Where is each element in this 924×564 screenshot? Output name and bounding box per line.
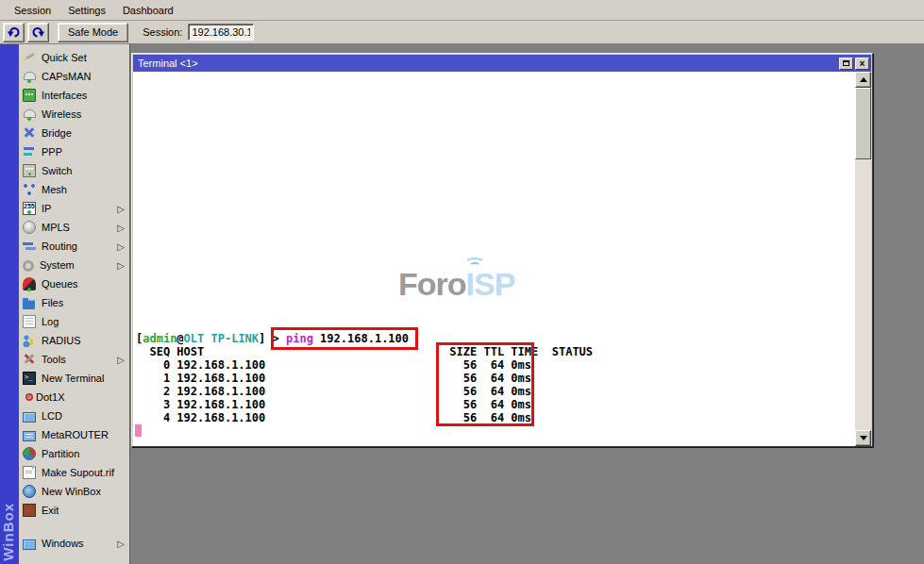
scroll-down-button[interactable] bbox=[855, 430, 871, 446]
tools-icon bbox=[23, 353, 36, 366]
log-icon bbox=[23, 315, 36, 328]
interfaces-icon bbox=[23, 89, 36, 102]
menu-session[interactable]: Session bbox=[6, 2, 59, 19]
main-area: Terminal <1> × ForoISP [admin@OLT TP-L bbox=[130, 44, 924, 564]
ppp-icon bbox=[23, 145, 36, 158]
new-terminal-icon bbox=[23, 372, 36, 385]
window-title: Terminal <1> bbox=[138, 58, 837, 69]
sidebar-item-wireless[interactable]: Wireless bbox=[19, 105, 129, 124]
maximize-button[interactable] bbox=[839, 58, 853, 70]
sidebar-item-radius[interactable]: RADIUS bbox=[19, 331, 129, 350]
sidebar-gap bbox=[19, 520, 129, 534]
sidebar-item-make-supout[interactable]: Make Supout.rif bbox=[19, 463, 129, 482]
sidebar-item-tools[interactable]: Tools▷ bbox=[19, 350, 129, 369]
make-supout-icon bbox=[23, 466, 36, 479]
submenu-arrow-icon: ▷ bbox=[117, 241, 125, 252]
sidebar-item-mpls[interactable]: MPLS▷ bbox=[19, 218, 129, 237]
sidebar-item-system[interactable]: System▷ bbox=[19, 256, 129, 274]
submenu-arrow-icon: ▷ bbox=[117, 260, 125, 271]
sidebar-item-partition[interactable]: Partition bbox=[19, 444, 129, 463]
capsman-icon bbox=[23, 70, 36, 83]
vertical-scrollbar[interactable] bbox=[855, 72, 871, 446]
sidebar-item-ppp[interactable]: PPP bbox=[19, 142, 129, 161]
arrow-up-icon bbox=[860, 77, 867, 82]
session-label: Session: bbox=[143, 26, 182, 38]
menu-settings[interactable]: Settings bbox=[59, 2, 114, 19]
terminal-body: ForoISP [admin@OLT TP-LINK] > ping 192.1… bbox=[133, 72, 871, 446]
maximize-icon bbox=[843, 60, 849, 66]
highlight-box-ping-command bbox=[271, 327, 418, 350]
submenu-arrow-icon: ▷ bbox=[117, 204, 125, 214]
exit-icon bbox=[23, 504, 36, 517]
mpls-icon bbox=[23, 221, 36, 234]
scrollbar-thumb[interactable] bbox=[855, 88, 871, 159]
mesh-icon bbox=[23, 183, 36, 196]
bridge-icon bbox=[23, 126, 36, 140]
files-icon bbox=[23, 298, 36, 311]
winbox-app: Session Settings Dashboard Safe Mode Ses… bbox=[0, 0, 924, 564]
terminal-cursor bbox=[135, 424, 142, 437]
brand-strip: WinBox bbox=[0, 44, 19, 564]
prompt-user: admin bbox=[143, 332, 176, 345]
sidebar-item-capsman[interactable]: CAPsMAN bbox=[19, 67, 129, 86]
quick-set-icon bbox=[23, 51, 36, 64]
radius-icon bbox=[23, 334, 36, 347]
sidebar-item-dot1x[interactable]: Dot1X bbox=[19, 388, 129, 406]
queues-icon bbox=[23, 277, 36, 290]
submenu-arrow-icon: ▷ bbox=[117, 223, 125, 233]
switch-icon bbox=[23, 164, 36, 177]
terminal-titlebar[interactable]: Terminal <1> × bbox=[133, 55, 871, 72]
dot1x-icon bbox=[25, 393, 33, 401]
sidebar-item-exit[interactable]: Exit bbox=[19, 501, 129, 520]
sidebar-item-quick-set[interactable]: Quick Set bbox=[19, 48, 129, 67]
sidebar-item-ip[interactable]: IP▷ bbox=[19, 199, 129, 218]
highlight-box-size-ttl-time bbox=[436, 342, 534, 426]
terminal-window: Terminal <1> × ForoISP [admin@OLT TP-L bbox=[131, 53, 873, 447]
sidebar: Quick Set CAPsMAN Interfaces Wireless Br… bbox=[19, 44, 130, 564]
sidebar-item-new-winbox[interactable]: New WinBox bbox=[19, 482, 129, 501]
sidebar-item-queues[interactable]: Queues bbox=[19, 274, 129, 293]
submenu-arrow-icon: ▷ bbox=[117, 355, 125, 365]
winbox-vertical-logo: WinBox bbox=[0, 503, 16, 561]
sidebar-item-files[interactable]: Files bbox=[19, 293, 129, 312]
safe-mode-button[interactable]: Safe Mode bbox=[58, 23, 128, 42]
sidebar-item-mesh[interactable]: Mesh bbox=[19, 180, 129, 199]
sidebar-item-metarouter[interactable]: MetaROUTER bbox=[19, 425, 129, 444]
close-icon: × bbox=[860, 59, 865, 68]
close-button[interactable]: × bbox=[855, 58, 869, 70]
submenu-arrow-icon: ▷ bbox=[117, 539, 125, 549]
content-area: WinBox Quick Set CAPsMAN Interfaces Wire… bbox=[0, 44, 924, 564]
routing-icon bbox=[23, 240, 36, 253]
sidebar-item-bridge[interactable]: Bridge bbox=[19, 124, 129, 142]
wireless-icon bbox=[23, 108, 36, 121]
system-icon bbox=[23, 260, 34, 272]
sidebar-item-new-terminal[interactable]: New Terminal bbox=[19, 369, 129, 388]
scroll-up-button[interactable] bbox=[855, 72, 871, 88]
new-winbox-icon bbox=[23, 485, 36, 498]
undo-arrow-icon bbox=[7, 25, 21, 39]
toolbar: Safe Mode Session: bbox=[0, 21, 924, 44]
sidebar-item-log[interactable]: Log bbox=[19, 312, 129, 331]
prompt-host: OLT TP-LINK bbox=[184, 332, 259, 345]
sidebar-item-interfaces[interactable]: Interfaces bbox=[19, 86, 129, 105]
sidebar-item-lcd[interactable]: LCD bbox=[19, 406, 129, 425]
redo-arrow-icon bbox=[31, 25, 45, 39]
sidebar-item-windows[interactable]: Windows▷ bbox=[19, 534, 129, 553]
partition-icon bbox=[23, 447, 36, 460]
undo-button[interactable] bbox=[3, 23, 25, 42]
menu-dashboard[interactable]: Dashboard bbox=[114, 2, 182, 19]
session-input[interactable] bbox=[188, 24, 254, 41]
windows-icon bbox=[23, 539, 36, 550]
redo-button[interactable] bbox=[27, 23, 49, 42]
arrow-down-icon bbox=[860, 436, 867, 440]
metarouter-icon bbox=[23, 431, 36, 441]
sidebar-item-routing[interactable]: Routing▷ bbox=[19, 237, 129, 256]
ip-icon bbox=[23, 202, 36, 215]
sidebar-item-switch[interactable]: Switch bbox=[19, 161, 129, 180]
lcd-icon bbox=[23, 412, 36, 423]
menubar: Session Settings Dashboard bbox=[0, 0, 924, 21]
